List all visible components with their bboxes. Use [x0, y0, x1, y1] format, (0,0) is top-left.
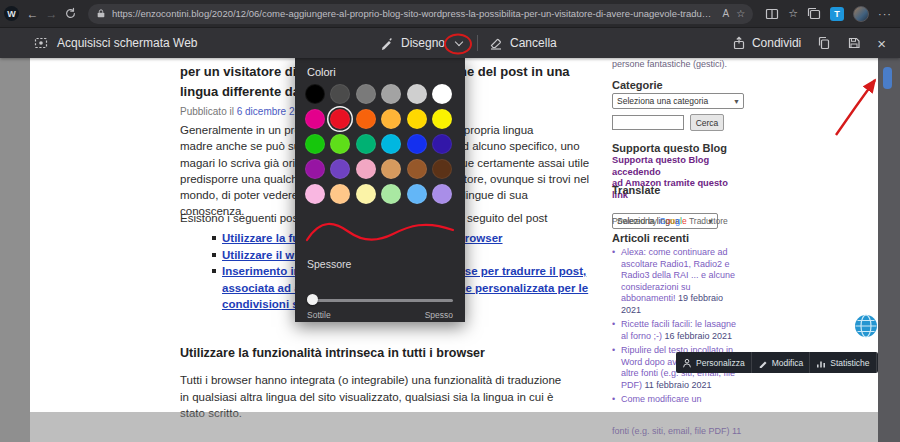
blog-sidebar: persone fantastiche (gestici). Categorie…: [612, 58, 744, 442]
color-swatch[interactable]: [432, 159, 452, 179]
color-swatch[interactable]: [330, 159, 350, 179]
color-swatch[interactable]: [381, 84, 401, 104]
text-line: Supporta questo Blog accedendo: [612, 155, 744, 178]
color-swatch[interactable]: [356, 109, 376, 129]
post-date: 16 febbraio 2021: [665, 331, 733, 341]
thin-label: Sottile: [307, 310, 331, 320]
share-icon: [732, 36, 746, 50]
pen-icon: [380, 36, 394, 50]
personalize-button[interactable]: Personalizza: [676, 352, 751, 373]
close-capture-button[interactable]: ×: [877, 36, 886, 51]
translate-page-icon[interactable]: A: [722, 8, 729, 19]
color-picker-panel: Colori: [295, 58, 465, 322]
scrollbar-thumb[interactable]: [883, 67, 892, 89]
color-swatch[interactable]: [356, 184, 376, 204]
thickness-heading: Spessore: [307, 258, 351, 270]
person-icon: [682, 358, 692, 368]
color-swatch[interactable]: [330, 134, 350, 154]
meta-prefix: Pubblicato il: [180, 106, 234, 117]
color-swatch-grid: [305, 84, 452, 204]
color-swatch[interactable]: [407, 134, 427, 154]
url-text: https://enzocontini.blog/2020/12/06/come…: [112, 8, 715, 19]
personalize-label: Personalizza: [696, 358, 745, 368]
toolbar-divider: [477, 35, 478, 51]
thick-label: Spesso: [425, 310, 453, 320]
favorites-star-icon[interactable]: ☆: [736, 8, 745, 19]
categories-select[interactable]: Seleziona una categoria ▼: [612, 93, 744, 109]
translate-heading: Translate: [612, 184, 744, 196]
stats-button[interactable]: Statistiche: [809, 352, 875, 373]
powered-prefix: Powered by: [612, 216, 657, 226]
color-swatch[interactable]: [305, 184, 325, 204]
search-input[interactable]: [612, 115, 684, 130]
slider-knob[interactable]: [307, 294, 318, 305]
refresh-button[interactable]: [61, 3, 80, 25]
share-button[interactable]: Condividi: [732, 36, 801, 50]
color-swatch[interactable]: [305, 134, 325, 154]
extension-icon[interactable]: T: [830, 7, 844, 21]
color-swatch[interactable]: [356, 159, 376, 179]
google-logo: Google: [659, 216, 686, 226]
text-line: Tutti i browser hanno integrata (o integ…: [180, 372, 635, 389]
address-bar[interactable]: https://enzocontini.blog/2020/12/06/come…: [88, 4, 753, 24]
color-swatch[interactable]: [356, 84, 376, 104]
color-swatch[interactable]: [407, 184, 427, 204]
recent-posts-heading: Articoli recenti: [612, 232, 744, 244]
color-swatch[interactable]: [432, 109, 452, 129]
pencil-icon: [758, 358, 768, 368]
translate-globe-button[interactable]: [853, 313, 879, 339]
color-swatch[interactable]: [330, 84, 350, 104]
back-button[interactable]: ←: [23, 3, 42, 25]
wordpress-admin-bar: Personalizza Modifica Statistiche ···: [676, 352, 878, 373]
sidebar-intro-text: persone fantastiche (gestici).: [612, 59, 744, 69]
color-swatch[interactable]: [407, 109, 427, 129]
refresh-icon: [64, 7, 77, 20]
browser-menu-button[interactable]: ···: [878, 8, 892, 20]
post-link[interactable]: Come modificare un beneficiario/contatto…: [621, 394, 739, 405]
color-swatch[interactable]: [356, 134, 376, 154]
color-swatch[interactable]: [381, 159, 401, 179]
forward-button[interactable]: →: [42, 3, 61, 25]
edit-button[interactable]: Modifica: [751, 352, 810, 373]
color-swatch[interactable]: [330, 184, 350, 204]
profile-avatar[interactable]: [853, 6, 869, 22]
color-swatch[interactable]: [432, 84, 452, 104]
chevron-down-icon: ▼: [733, 98, 740, 105]
support-heading: Supporta questo Blog: [612, 142, 744, 154]
color-swatch[interactable]: [381, 184, 401, 204]
wordpress-logo-icon: W: [4, 6, 19, 21]
favorites-bar-star-icon[interactable]: ☆: [788, 7, 798, 20]
web-capture-icon: [34, 36, 48, 50]
save-button[interactable]: [847, 36, 861, 50]
bar-chart-icon: [816, 358, 826, 368]
color-swatch[interactable]: [432, 184, 452, 204]
scrollbar-track[interactable]: [878, 58, 900, 442]
list-item: Alexa: come continuare ad ascoltare Radi…: [612, 247, 744, 316]
color-swatch[interactable]: [305, 109, 325, 129]
slider-track[interactable]: [307, 299, 453, 302]
erase-button[interactable]: Cancella: [510, 36, 557, 50]
color-swatch[interactable]: [381, 134, 401, 154]
color-swatch[interactable]: [305, 159, 325, 179]
color-swatch[interactable]: [407, 84, 427, 104]
color-swatch[interactable]: [381, 109, 401, 129]
save-icon: [847, 36, 861, 50]
powered-by: Powered by Google Traduttore: [612, 216, 744, 226]
color-swatch-selected[interactable]: [330, 109, 350, 129]
collections-icon[interactable]: [807, 7, 821, 21]
web-capture-toolbar: Acquisisci schermata Web Disegno Cancell…: [0, 28, 900, 58]
search-button[interactable]: Cerca: [690, 114, 724, 131]
split-screen-icon[interactable]: [765, 7, 779, 21]
capture-title: Acquisisci schermata Web: [57, 36, 198, 50]
draw-options-dropdown[interactable]: [452, 34, 466, 52]
thickness-slider[interactable]: [307, 294, 453, 306]
colors-heading: Colori: [307, 66, 336, 78]
stroke-preview: [301, 210, 459, 252]
color-swatch[interactable]: [407, 159, 427, 179]
draw-button[interactable]: Disegno: [401, 36, 445, 50]
eraser-icon: [489, 36, 503, 50]
color-swatch[interactable]: [432, 134, 452, 154]
stroke-preview-line: [307, 224, 453, 240]
copy-button[interactable]: [817, 36, 831, 50]
color-swatch[interactable]: [305, 84, 325, 104]
